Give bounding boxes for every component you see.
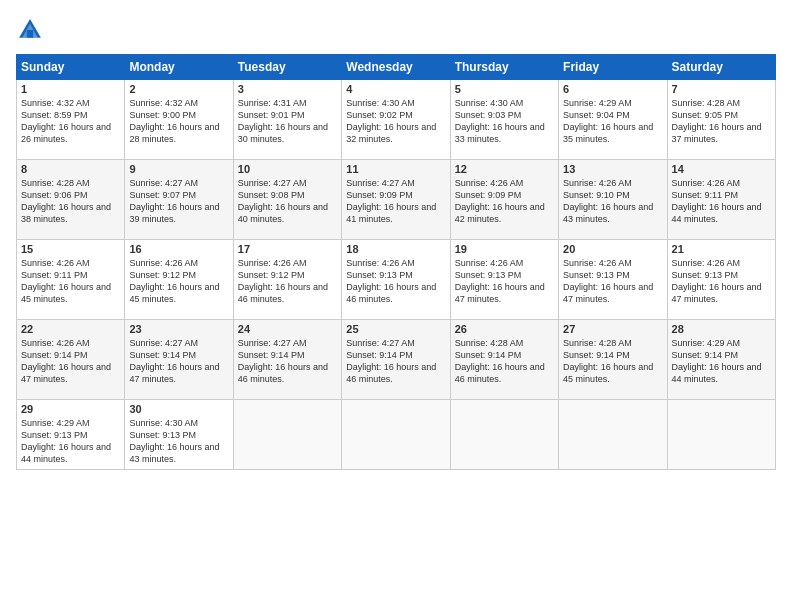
day-cell: 30 Sunrise: 4:30 AM Sunset: 9:13 PM Dayl… xyxy=(125,400,233,470)
day-cell: 8 Sunrise: 4:28 AM Sunset: 9:06 PM Dayli… xyxy=(17,160,125,240)
day-number: 23 xyxy=(129,323,228,335)
day-info: Sunrise: 4:26 AM Sunset: 9:12 PM Dayligh… xyxy=(238,257,337,306)
calendar-row: 8 Sunrise: 4:28 AM Sunset: 9:06 PM Dayli… xyxy=(17,160,776,240)
header-tuesday: Tuesday xyxy=(233,55,341,80)
day-info: Sunrise: 4:26 AM Sunset: 9:09 PM Dayligh… xyxy=(455,177,554,226)
empty-cell xyxy=(233,400,341,470)
day-cell: 17 Sunrise: 4:26 AM Sunset: 9:12 PM Dayl… xyxy=(233,240,341,320)
day-info: Sunrise: 4:27 AM Sunset: 9:08 PM Dayligh… xyxy=(238,177,337,226)
calendar-row: 1 Sunrise: 4:32 AM Sunset: 8:59 PM Dayli… xyxy=(17,80,776,160)
day-number: 30 xyxy=(129,403,228,415)
day-number: 29 xyxy=(21,403,120,415)
day-number: 12 xyxy=(455,163,554,175)
day-cell: 21 Sunrise: 4:26 AM Sunset: 9:13 PM Dayl… xyxy=(667,240,775,320)
page: Sunday Monday Tuesday Wednesday Thursday… xyxy=(0,0,792,612)
empty-cell xyxy=(342,400,450,470)
calendar-table: Sunday Monday Tuesday Wednesday Thursday… xyxy=(16,54,776,470)
day-info: Sunrise: 4:29 AM Sunset: 9:04 PM Dayligh… xyxy=(563,97,662,146)
day-cell: 10 Sunrise: 4:27 AM Sunset: 9:08 PM Dayl… xyxy=(233,160,341,240)
day-info: Sunrise: 4:30 AM Sunset: 9:03 PM Dayligh… xyxy=(455,97,554,146)
day-number: 16 xyxy=(129,243,228,255)
day-info: Sunrise: 4:26 AM Sunset: 9:13 PM Dayligh… xyxy=(455,257,554,306)
weekday-header-row: Sunday Monday Tuesday Wednesday Thursday… xyxy=(17,55,776,80)
day-number: 3 xyxy=(238,83,337,95)
day-number: 21 xyxy=(672,243,771,255)
day-number: 6 xyxy=(563,83,662,95)
day-cell: 26 Sunrise: 4:28 AM Sunset: 9:14 PM Dayl… xyxy=(450,320,558,400)
day-cell: 11 Sunrise: 4:27 AM Sunset: 9:09 PM Dayl… xyxy=(342,160,450,240)
day-cell: 2 Sunrise: 4:32 AM Sunset: 9:00 PM Dayli… xyxy=(125,80,233,160)
day-number: 4 xyxy=(346,83,445,95)
header xyxy=(16,16,776,44)
day-cell: 6 Sunrise: 4:29 AM Sunset: 9:04 PM Dayli… xyxy=(559,80,667,160)
day-number: 27 xyxy=(563,323,662,335)
day-info: Sunrise: 4:32 AM Sunset: 9:00 PM Dayligh… xyxy=(129,97,228,146)
day-cell: 1 Sunrise: 4:32 AM Sunset: 8:59 PM Dayli… xyxy=(17,80,125,160)
day-info: Sunrise: 4:26 AM Sunset: 9:10 PM Dayligh… xyxy=(563,177,662,226)
day-info: Sunrise: 4:26 AM Sunset: 9:12 PM Dayligh… xyxy=(129,257,228,306)
day-info: Sunrise: 4:27 AM Sunset: 9:14 PM Dayligh… xyxy=(346,337,445,386)
day-info: Sunrise: 4:28 AM Sunset: 9:14 PM Dayligh… xyxy=(563,337,662,386)
day-cell: 13 Sunrise: 4:26 AM Sunset: 9:10 PM Dayl… xyxy=(559,160,667,240)
day-cell: 16 Sunrise: 4:26 AM Sunset: 9:12 PM Dayl… xyxy=(125,240,233,320)
day-info: Sunrise: 4:30 AM Sunset: 9:02 PM Dayligh… xyxy=(346,97,445,146)
logo-icon xyxy=(16,16,44,44)
day-cell: 20 Sunrise: 4:26 AM Sunset: 9:13 PM Dayl… xyxy=(559,240,667,320)
day-info: Sunrise: 4:31 AM Sunset: 9:01 PM Dayligh… xyxy=(238,97,337,146)
day-info: Sunrise: 4:29 AM Sunset: 9:13 PM Dayligh… xyxy=(21,417,120,466)
day-number: 11 xyxy=(346,163,445,175)
day-number: 19 xyxy=(455,243,554,255)
day-cell: 3 Sunrise: 4:31 AM Sunset: 9:01 PM Dayli… xyxy=(233,80,341,160)
day-cell: 14 Sunrise: 4:26 AM Sunset: 9:11 PM Dayl… xyxy=(667,160,775,240)
day-cell: 29 Sunrise: 4:29 AM Sunset: 9:13 PM Dayl… xyxy=(17,400,125,470)
day-info: Sunrise: 4:26 AM Sunset: 9:11 PM Dayligh… xyxy=(672,177,771,226)
day-cell: 25 Sunrise: 4:27 AM Sunset: 9:14 PM Dayl… xyxy=(342,320,450,400)
day-info: Sunrise: 4:27 AM Sunset: 9:14 PM Dayligh… xyxy=(129,337,228,386)
day-info: Sunrise: 4:28 AM Sunset: 9:06 PM Dayligh… xyxy=(21,177,120,226)
day-number: 20 xyxy=(563,243,662,255)
day-number: 7 xyxy=(672,83,771,95)
day-info: Sunrise: 4:30 AM Sunset: 9:13 PM Dayligh… xyxy=(129,417,228,466)
day-number: 5 xyxy=(455,83,554,95)
day-number: 17 xyxy=(238,243,337,255)
header-thursday: Thursday xyxy=(450,55,558,80)
day-info: Sunrise: 4:26 AM Sunset: 9:13 PM Dayligh… xyxy=(563,257,662,306)
day-number: 28 xyxy=(672,323,771,335)
day-cell: 18 Sunrise: 4:26 AM Sunset: 9:13 PM Dayl… xyxy=(342,240,450,320)
day-number: 2 xyxy=(129,83,228,95)
day-info: Sunrise: 4:32 AM Sunset: 8:59 PM Dayligh… xyxy=(21,97,120,146)
day-cell: 9 Sunrise: 4:27 AM Sunset: 9:07 PM Dayli… xyxy=(125,160,233,240)
day-cell: 22 Sunrise: 4:26 AM Sunset: 9:14 PM Dayl… xyxy=(17,320,125,400)
day-number: 24 xyxy=(238,323,337,335)
day-info: Sunrise: 4:27 AM Sunset: 9:09 PM Dayligh… xyxy=(346,177,445,226)
day-cell: 23 Sunrise: 4:27 AM Sunset: 9:14 PM Dayl… xyxy=(125,320,233,400)
day-cell: 5 Sunrise: 4:30 AM Sunset: 9:03 PM Dayli… xyxy=(450,80,558,160)
day-number: 1 xyxy=(21,83,120,95)
day-info: Sunrise: 4:27 AM Sunset: 9:07 PM Dayligh… xyxy=(129,177,228,226)
header-saturday: Saturday xyxy=(667,55,775,80)
empty-cell xyxy=(559,400,667,470)
day-number: 8 xyxy=(21,163,120,175)
day-info: Sunrise: 4:26 AM Sunset: 9:13 PM Dayligh… xyxy=(346,257,445,306)
day-cell: 19 Sunrise: 4:26 AM Sunset: 9:13 PM Dayl… xyxy=(450,240,558,320)
day-number: 15 xyxy=(21,243,120,255)
day-cell: 7 Sunrise: 4:28 AM Sunset: 9:05 PM Dayli… xyxy=(667,80,775,160)
day-info: Sunrise: 4:29 AM Sunset: 9:14 PM Dayligh… xyxy=(672,337,771,386)
day-number: 13 xyxy=(563,163,662,175)
day-info: Sunrise: 4:26 AM Sunset: 9:11 PM Dayligh… xyxy=(21,257,120,306)
day-cell: 24 Sunrise: 4:27 AM Sunset: 9:14 PM Dayl… xyxy=(233,320,341,400)
empty-cell xyxy=(450,400,558,470)
calendar-row: 15 Sunrise: 4:26 AM Sunset: 9:11 PM Dayl… xyxy=(17,240,776,320)
day-cell: 12 Sunrise: 4:26 AM Sunset: 9:09 PM Dayl… xyxy=(450,160,558,240)
day-number: 18 xyxy=(346,243,445,255)
calendar-row: 22 Sunrise: 4:26 AM Sunset: 9:14 PM Dayl… xyxy=(17,320,776,400)
day-cell: 4 Sunrise: 4:30 AM Sunset: 9:02 PM Dayli… xyxy=(342,80,450,160)
svg-rect-2 xyxy=(27,30,33,38)
day-number: 26 xyxy=(455,323,554,335)
day-info: Sunrise: 4:28 AM Sunset: 9:14 PM Dayligh… xyxy=(455,337,554,386)
calendar-row: 29 Sunrise: 4:29 AM Sunset: 9:13 PM Dayl… xyxy=(17,400,776,470)
header-sunday: Sunday xyxy=(17,55,125,80)
day-cell: 15 Sunrise: 4:26 AM Sunset: 9:11 PM Dayl… xyxy=(17,240,125,320)
day-info: Sunrise: 4:27 AM Sunset: 9:14 PM Dayligh… xyxy=(238,337,337,386)
logo xyxy=(16,16,48,44)
